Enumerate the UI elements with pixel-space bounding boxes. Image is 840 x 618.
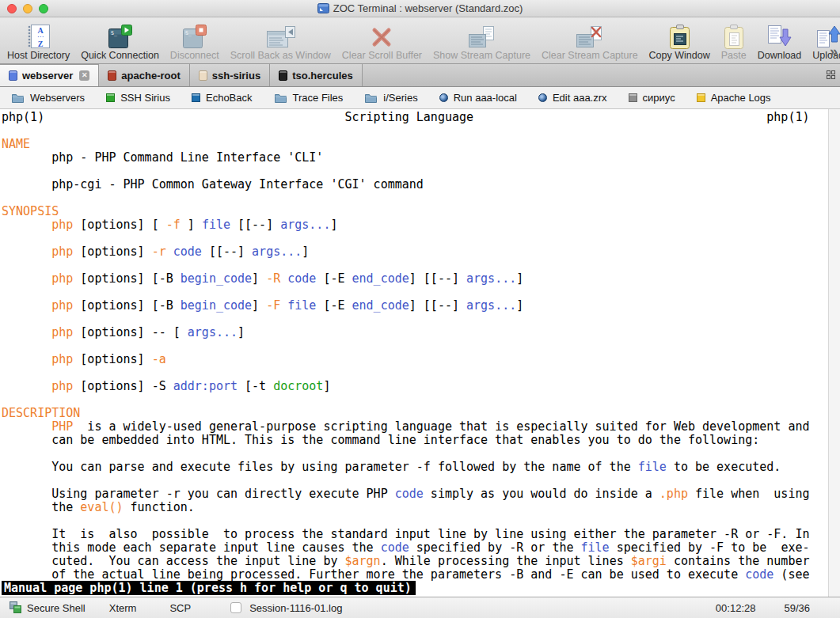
- terminal-line: of the actual line being processed. Furt…: [2, 568, 827, 582]
- tab-apache-root[interactable]: apache-root: [99, 64, 189, 86]
- button-run-aaa-local[interactable]: Run aaa-local: [439, 92, 517, 104]
- terminal-line: Using parameter -r you can directly exec…: [2, 487, 827, 501]
- toolbar-overflow-icon[interactable]: »: [830, 46, 836, 57]
- tab-ssh-sirius[interactable]: ssh-sirius: [190, 64, 270, 86]
- download-button[interactable]: Download: [752, 21, 808, 61]
- terminal-line: php [options] -a: [2, 353, 827, 366]
- download-button-label: Download: [758, 50, 802, 61]
- terminal-line: php(1) Scripting Language php(1): [2, 111, 827, 124]
- terminal-line: [2, 313, 827, 326]
- button-edit-aaa-zrx[interactable]: Edit aaa.zrx: [538, 92, 607, 104]
- svg-text:S_: S_: [111, 30, 117, 36]
- button-ssh-sirius[interactable]: SSH Sirius: [106, 92, 170, 104]
- clear-stream-icon-holder: [576, 21, 603, 49]
- quick-connection-button[interactable]: S_Quick Connection: [75, 21, 165, 61]
- terminal-line: [2, 286, 827, 299]
- terminal-line: php-cgi - PHP Common Gateway Interface '…: [2, 178, 827, 191]
- button-iseries[interactable]: i/Series: [364, 92, 417, 104]
- terminal-line: It is also possible to process the stand…: [2, 528, 827, 541]
- terminal-line: NAME: [2, 138, 827, 151]
- terminal-line: Manual page php(1) line 1 (press h for h…: [2, 582, 827, 595]
- disconnect-button: S_Disconnect: [165, 21, 225, 61]
- terminal-line: php - PHP Command Line Interface 'CLI': [2, 151, 827, 165]
- traffic-lights: [7, 4, 48, 13]
- session-log-name: Session-1116-01.log: [249, 602, 342, 614]
- tab-tso.hercules[interactable]: tso.hercules: [270, 64, 363, 86]
- upload-icon-holder: [816, 21, 840, 49]
- color-square-icon: [106, 93, 115, 102]
- terminal-line: php [options] [-B begin_code] -R code [-…: [2, 272, 827, 286]
- clear-stream-capture-button: Clear Stream Capture: [536, 21, 644, 61]
- color-square-icon: [629, 93, 637, 102]
- zoom-window-button[interactable]: [39, 4, 48, 13]
- button-webservers[interactable]: Webservers: [11, 92, 85, 104]
- session-log-checkbox[interactable]: [230, 602, 241, 613]
- session-type-icon: [9, 70, 17, 81]
- folder-icon: [364, 93, 378, 104]
- emulation-type: Xterm: [109, 602, 137, 614]
- terminal-line: [2, 447, 827, 461]
- quick-connection-icon: S_: [108, 25, 132, 49]
- clear-stream-capture-button-label: Clear Stream Capture: [542, 50, 638, 61]
- button-webservers-label: Webservers: [30, 92, 85, 104]
- toolbar-items: A⋯ZHost DirectoryS_Quick ConnectionS_Dis…: [2, 21, 840, 61]
- copy-window-icon: [669, 25, 690, 49]
- svg-text:S_: S_: [185, 30, 192, 36]
- disconnect-icon-holder: S_: [182, 21, 207, 49]
- zoc-terminal-window: ZOC Terminal : webserver (Standard.zoc) …: [0, 0, 840, 618]
- terminal-line: [2, 339, 827, 353]
- host-directory-button[interactable]: A⋯ZHost Directory: [2, 21, 75, 61]
- terminal-line: php [options] -r code [[--] args...]: [2, 245, 827, 259]
- tab-webserver[interactable]: webserver✕: [0, 64, 99, 86]
- clear-scroll-icon: [370, 25, 393, 49]
- button-apache-logs[interactable]: Apache Logs: [697, 92, 771, 104]
- terminal-line: SYNOPSIS: [2, 205, 827, 218]
- quick-connection-icon-holder: S_: [108, 21, 132, 49]
- scroll-back-as-window-button-label: Scroll Back as Window: [230, 50, 331, 61]
- terminal-line: [2, 474, 827, 487]
- terminal-screen[interactable]: php(1) Scripting Language php(1)NAME php…: [0, 109, 840, 597]
- button-edit-aaa-zrx-label: Edit aaa.zrx: [553, 92, 607, 104]
- folder-icon: [274, 93, 287, 104]
- transfer-protocol: SCP: [169, 602, 191, 614]
- terminal-line: [2, 191, 827, 205]
- button-run-aaa-local-label: Run aaa-local: [454, 92, 517, 104]
- statusbar: Secure Shell Xterm SCP Session-1116-01.l…: [0, 597, 840, 618]
- button-apache-logs-label: Apache Logs: [711, 92, 771, 104]
- folder-icon: [11, 93, 25, 104]
- clear-scroll-icon-holder: [370, 21, 393, 49]
- button-sirius[interactable]: сириус: [629, 92, 675, 104]
- color-square-icon: [192, 93, 200, 102]
- minimize-window-button[interactable]: [23, 4, 32, 13]
- button-echoback-label: EchoBack: [206, 92, 253, 104]
- tab-label: tso.hercules: [292, 70, 353, 82]
- tab-strip: webserver✕apache-rootssh-siriustso.hercu…: [0, 64, 363, 86]
- upload-icon: [816, 25, 840, 49]
- show-stream-icon: [468, 26, 496, 49]
- terminal-line: [2, 259, 827, 272]
- terminal-line: You can parse and execute files by using…: [2, 461, 827, 474]
- close-window-button[interactable]: [7, 4, 17, 13]
- terminal-line: [2, 366, 827, 380]
- button-echoback[interactable]: EchoBack: [192, 92, 253, 104]
- color-square-icon: [697, 93, 705, 102]
- run-script-icon: [439, 93, 448, 102]
- button-trace-files[interactable]: Trace Files: [274, 92, 344, 104]
- tabbar: webserver✕apache-rootssh-siriustso.hercu…: [0, 64, 840, 87]
- button-trace-files-label: Trace Files: [293, 92, 344, 104]
- terminal-line: the eval() function.: [2, 501, 827, 514]
- terminal-line: php [options] [-B begin_code] -F file [-…: [2, 299, 827, 313]
- host-directory-icon: A⋯Z: [27, 24, 51, 49]
- terminal-line: php [options] -S addr:port [-t docroot]: [2, 380, 827, 393]
- scroll-back-icon: [266, 26, 295, 49]
- button-sirius-label: сириус: [643, 92, 675, 104]
- terminal-line: [2, 165, 827, 178]
- close-tab-icon[interactable]: ✕: [79, 70, 89, 81]
- scrollbar[interactable]: [828, 109, 840, 597]
- copy-window-button[interactable]: Copy Window: [644, 21, 716, 61]
- session-type-icon: [279, 70, 287, 81]
- scroll-back-icon-holder: [266, 21, 295, 49]
- tab-overview-icon[interactable]: [827, 70, 835, 79]
- terminal-line: can be embedded into HTML. This is the c…: [2, 434, 827, 447]
- download-icon-holder: [767, 21, 792, 49]
